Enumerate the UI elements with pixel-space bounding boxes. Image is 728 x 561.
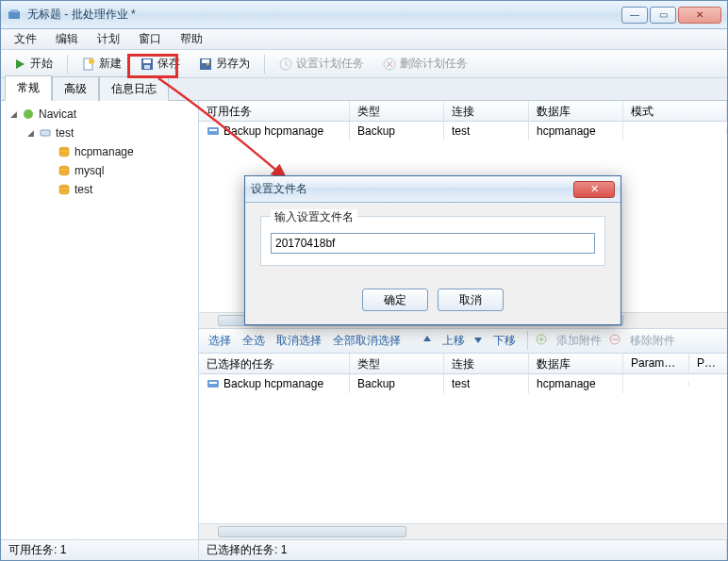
filename-dialog: 设置文件名 ✕ 输入设置文件名 确定 取消 — [244, 175, 621, 325]
col-sel-db[interactable]: 数据库 — [529, 354, 623, 373]
expander-icon[interactable]: ◢ — [25, 128, 35, 138]
col-sel-type[interactable]: 类型 — [350, 354, 444, 373]
menu-edit[interactable]: 编辑 — [46, 29, 88, 49]
col-conn[interactable]: 连接 — [444, 101, 529, 121]
col-db[interactable]: 数据库 — [529, 101, 623, 121]
expander-icon[interactable]: ◢ — [8, 109, 18, 119]
dialog-fieldset: 输入设置文件名 — [260, 216, 605, 266]
tree-connection-label: test — [56, 126, 74, 140]
dialog-titlebar[interactable]: 设置文件名 ✕ — [245, 176, 620, 203]
cell-sel-conn: test — [444, 374, 529, 393]
svg-point-4 — [89, 58, 94, 64]
col-sel-extra[interactable]: Para — [689, 354, 727, 373]
ok-button[interactable]: 确定 — [362, 289, 428, 311]
filename-input[interactable] — [271, 233, 595, 254]
delete-plan-button[interactable]: 删除计划任务 — [374, 52, 476, 75]
deselect-link[interactable]: 取消选择 — [273, 331, 325, 351]
tree-root[interactable]: ◢ Navicat — [1, 105, 198, 124]
clock-delete-icon — [383, 58, 396, 71]
cell-type: Backup — [350, 122, 444, 140]
move-up-link[interactable]: 上移 — [438, 331, 469, 351]
app-icon — [7, 8, 22, 23]
svg-point-19 — [59, 153, 69, 157]
minimize-button[interactable]: — — [621, 7, 648, 24]
table-row[interactable]: Backup hcpmanage Backup test hcpmanage — [199, 122, 727, 140]
titlebar[interactable]: 无标题 - 批处理作业 * — ▭ ✕ — [1, 1, 727, 29]
tree-db-label: mysql — [74, 164, 104, 177]
tree-db-hcpmanage[interactable]: hcpmanage — [1, 142, 198, 161]
tree-db-mysql[interactable]: mysql — [1, 161, 198, 180]
set-plan-label: 设置计划任务 — [296, 56, 364, 72]
tab-advanced[interactable]: 高级 — [52, 76, 99, 101]
svg-rect-36 — [209, 382, 217, 384]
tab-general[interactable]: 常规 — [5, 75, 52, 101]
cell-sel-type: Backup — [350, 374, 444, 393]
svg-rect-9 — [202, 59, 209, 63]
dialog-close-button[interactable]: ✕ — [573, 181, 615, 198]
start-button[interactable]: 开始 — [5, 52, 61, 75]
table-row[interactable]: Backup hcpmanage Backup test hcpmanage — [199, 374, 727, 393]
selection-toolbar: 选择 全选 取消选择 全部取消选择 上移 下移 添加附件 移除附件 — [199, 329, 727, 354]
col-sel-task[interactable]: 已选择的任务 — [199, 354, 350, 373]
add-attachment-link[interactable]: 添加附件 — [553, 331, 605, 351]
svg-marker-29 — [474, 338, 482, 343]
tree-connection[interactable]: ◢ test — [1, 124, 198, 142]
cell-sel-task: Backup hcpmanage — [223, 377, 323, 390]
tree-db-test[interactable]: test — [1, 180, 198, 199]
cell-task: Backup hcpmanage — [223, 124, 323, 138]
start-label: 开始 — [30, 56, 53, 72]
navicat-icon — [22, 107, 35, 121]
status-available: 可用任务: 1 — [1, 540, 199, 560]
remove-attachment-link[interactable]: 移除附件 — [626, 331, 679, 351]
arrow-up-icon — [422, 334, 435, 347]
close-button[interactable]: ✕ — [678, 7, 721, 24]
cell-db: hcpmanage — [529, 122, 623, 140]
svg-rect-1 — [10, 9, 18, 12]
tab-log[interactable]: 信息日志 — [99, 76, 169, 101]
new-label: 新建 — [99, 56, 122, 72]
svg-rect-27 — [209, 129, 217, 131]
select-link[interactable]: 选择 — [205, 331, 235, 351]
window-title: 无标题 - 批处理作业 * — [27, 7, 620, 23]
tree-db-label: test — [74, 183, 92, 196]
backup-icon — [207, 124, 220, 138]
svg-rect-6 — [143, 59, 151, 63]
save-button[interactable]: 保存 — [132, 52, 189, 75]
col-type[interactable]: 类型 — [350, 101, 444, 121]
col-task[interactable]: 可用任务 — [199, 101, 350, 121]
toolbar: 开始 新建 保存 另存为 设置计划任务 删除计划任务 — [1, 50, 727, 78]
new-button[interactable]: 新建 — [74, 52, 130, 75]
attach-add-icon — [536, 334, 549, 347]
set-plan-button[interactable]: 设置计划任务 — [271, 52, 372, 75]
maximize-button[interactable]: ▭ — [650, 7, 676, 24]
menu-file[interactable]: 文件 — [5, 29, 46, 49]
move-down-link[interactable]: 下移 — [489, 331, 520, 351]
delete-plan-label: 删除计划任务 — [400, 56, 468, 72]
svg-point-15 — [24, 109, 33, 119]
menu-plan[interactable]: 计划 — [88, 29, 129, 49]
attach-remove-icon — [609, 334, 622, 347]
h-scrollbar[interactable] — [199, 523, 727, 539]
play-icon — [13, 58, 26, 71]
col-schema[interactable]: 模式 — [623, 101, 727, 121]
available-tasks-header: 可用任务 类型 连接 数据库 模式 — [199, 101, 727, 122]
svg-rect-16 — [41, 130, 50, 136]
save-as-button[interactable]: 另存为 — [190, 52, 258, 75]
database-icon — [58, 145, 71, 158]
selected-tasks-list[interactable]: Backup hcpmanage Backup test hcpmanage — [199, 374, 727, 523]
dialog-input-label: 输入设置文件名 — [271, 209, 357, 225]
database-icon — [58, 183, 71, 196]
menu-help[interactable]: 帮助 — [171, 29, 212, 49]
connection-tree[interactable]: ◢ Navicat ◢ test hcpmanage mysql — [1, 101, 199, 539]
tree-root-label: Navicat — [39, 107, 76, 121]
svg-marker-28 — [423, 336, 431, 341]
menu-window[interactable]: 窗口 — [129, 29, 171, 49]
deselect-all-link[interactable]: 全部取消选择 — [329, 331, 405, 351]
clock-icon — [279, 58, 292, 71]
col-sel-params[interactable]: Paramet... — [623, 354, 689, 373]
arrow-down-icon — [472, 334, 486, 347]
tabstrip: 常规 高级 信息日志 — [1, 78, 727, 101]
col-sel-conn[interactable]: 连接 — [444, 354, 529, 373]
select-all-link[interactable]: 全选 — [239, 331, 269, 351]
cancel-button[interactable]: 取消 — [438, 289, 504, 311]
